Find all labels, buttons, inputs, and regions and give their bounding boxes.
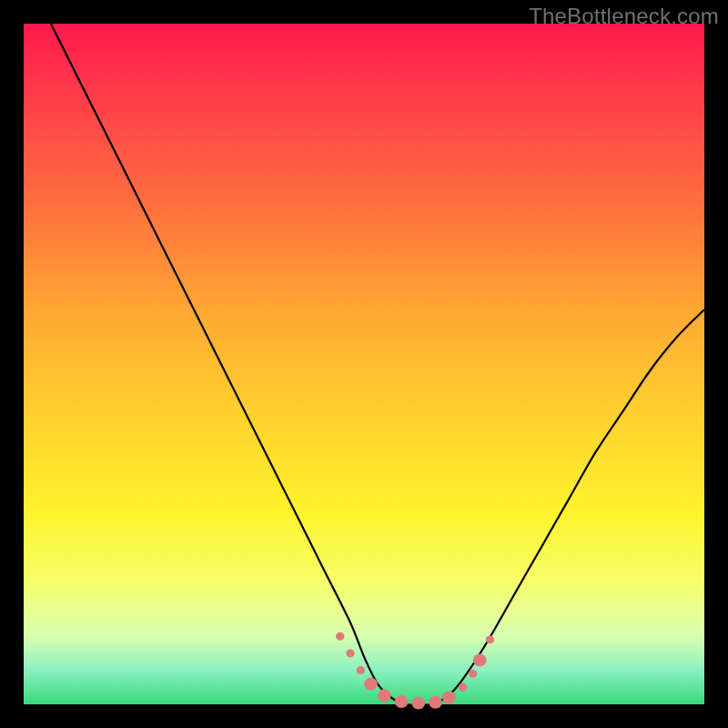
bottleneck-curve — [51, 24, 704, 705]
watermark-text: TheBottleneck.com — [529, 4, 719, 29]
curve-marker — [442, 692, 456, 704]
curve-marker — [429, 696, 442, 709]
curve-marker — [364, 678, 378, 691]
chart-plot-area — [24, 24, 704, 704]
curve-marker — [411, 697, 425, 710]
curve-marker — [395, 695, 409, 708]
curve-marker — [469, 670, 477, 678]
curve-marker — [336, 632, 344, 641]
curve-marker — [486, 635, 494, 643]
curve-marker — [378, 689, 391, 702]
curve-marker — [346, 649, 354, 657]
curve-marker — [459, 683, 467, 692]
curve-marker — [357, 666, 365, 674]
chart-svg — [24, 24, 704, 704]
curve-marker — [473, 653, 487, 666]
